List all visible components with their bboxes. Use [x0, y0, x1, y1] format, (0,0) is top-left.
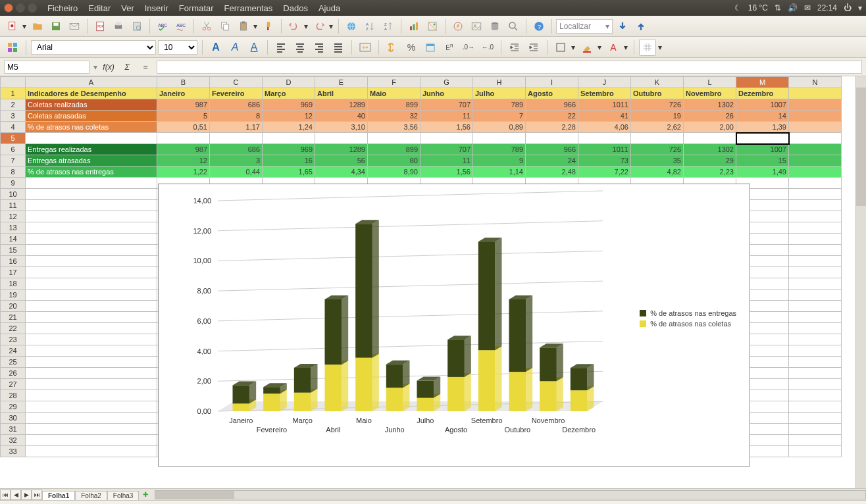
cell-A13[interactable] — [26, 222, 157, 234]
copy-button[interactable] — [216, 18, 234, 35]
menu-ficheiro[interactable]: Ficheiro — [42, 3, 83, 13]
col-header-N[interactable]: N — [789, 77, 842, 88]
cell-A7[interactable]: Entregas atrasadas — [26, 155, 157, 166]
cell-J3[interactable]: 41 — [578, 111, 631, 122]
equals-button[interactable]: = — [138, 61, 153, 74]
sum-button[interactable]: Σ — [120, 61, 134, 74]
fontcolor-button[interactable]: A — [605, 39, 622, 56]
cell-K4[interactable]: 2,62 — [631, 122, 684, 133]
row-header-20[interactable]: 20 — [1, 301, 26, 312]
row-header-5[interactable]: 5 — [1, 133, 26, 144]
cell-A3[interactable]: Coletas atrasadas — [26, 111, 157, 122]
col-header-K[interactable]: K — [631, 77, 684, 88]
cell-H1[interactable]: Julho — [473, 88, 526, 99]
row-header-2[interactable]: 2 — [1, 99, 26, 111]
cell-J4[interactable]: 4,06 — [578, 122, 631, 133]
cell-B6[interactable]: 987 — [157, 144, 210, 155]
cell-C1[interactable]: Fevereiro — [210, 88, 263, 99]
cell-D8[interactable]: 1,65 — [263, 166, 315, 178]
sheet-tab-folha2[interactable]: Folha2 — [75, 491, 107, 500]
auto-spellcheck-button[interactable]: ABC — [172, 18, 190, 35]
email-button[interactable] — [66, 18, 83, 35]
dropdown-icon[interactable]: ▾ — [304, 22, 309, 31]
cell-J6[interactable]: 1011 — [578, 144, 631, 155]
cell-A5[interactable] — [26, 133, 157, 144]
cell-D7[interactable]: 16 — [263, 155, 315, 166]
cell-reference-input[interactable] — [4, 61, 89, 74]
align-center-button[interactable] — [292, 39, 309, 56]
vertical-scrollbar[interactable] — [855, 76, 866, 488]
cell-N27[interactable] — [789, 379, 842, 390]
col-header-C[interactable]: C — [210, 77, 263, 88]
cell-A6[interactable]: Entregas realizadas — [26, 144, 157, 155]
cell-N25[interactable] — [789, 357, 842, 368]
network-icon[interactable]: ⇅ — [775, 3, 781, 13]
percent-button[interactable]: % — [403, 39, 420, 56]
cell-I4[interactable]: 2,28 — [526, 122, 578, 133]
cell-A19[interactable] — [26, 290, 157, 301]
align-right-button[interactable] — [311, 39, 328, 56]
cell-M8[interactable]: 1,49 — [736, 166, 789, 178]
print-preview-button[interactable] — [128, 18, 145, 35]
row-header-9[interactable]: 9 — [1, 178, 26, 189]
cell-N23[interactable] — [789, 334, 842, 345]
cell-N15[interactable] — [789, 245, 842, 256]
add-decimal-button[interactable]: .0→ — [460, 39, 477, 56]
cell-N6[interactable] — [789, 144, 842, 155]
add-sheet-button[interactable]: ✚ — [139, 491, 152, 498]
cell-N5[interactable] — [789, 133, 842, 144]
paste-button[interactable] — [235, 18, 252, 35]
dropdown-icon[interactable]: ▾ — [329, 22, 334, 31]
cell-A30[interactable] — [26, 413, 157, 424]
decrease-indent-button[interactable] — [506, 39, 523, 56]
styles-button[interactable] — [4, 39, 21, 56]
row-header-6[interactable]: 6 — [1, 144, 26, 155]
cell-A16[interactable] — [26, 256, 157, 267]
cell-D1[interactable]: Março — [263, 88, 315, 99]
currency-button[interactable] — [384, 39, 401, 56]
cell-N28[interactable] — [789, 390, 842, 401]
cell-I3[interactable]: 22 — [526, 111, 578, 122]
cell-N10[interactable] — [789, 189, 842, 200]
sort-asc-button[interactable]: AZ — [361, 18, 378, 35]
row-header-24[interactable]: 24 — [1, 345, 26, 357]
row-header-13[interactable]: 13 — [1, 222, 26, 234]
cell-A22[interactable] — [26, 323, 157, 334]
cell-A20[interactable] — [26, 301, 157, 312]
grid-lines-button[interactable] — [639, 39, 656, 56]
bold-button[interactable]: A — [207, 39, 224, 56]
tab-prev-button[interactable]: ◀ — [11, 490, 21, 500]
cell-B8[interactable]: 1,22 — [157, 166, 210, 178]
col-header-E[interactable]: E — [315, 77, 368, 88]
menu-ferramentas[interactable]: Ferramentas — [219, 3, 278, 13]
underline-button[interactable]: A — [245, 39, 263, 56]
cell-M7[interactable]: 15 — [736, 155, 789, 166]
row-header-8[interactable]: 8 — [1, 166, 26, 178]
cell-C3[interactable]: 8 — [210, 111, 263, 122]
redo-button[interactable] — [311, 18, 328, 35]
row-header-30[interactable]: 30 — [1, 413, 26, 424]
col-header-J[interactable]: J — [578, 77, 631, 88]
cell-N20[interactable] — [789, 301, 842, 312]
cell-D6[interactable]: 969 — [263, 144, 315, 155]
remove-decimal-button[interactable]: ←.0 — [479, 39, 496, 56]
menu-ver[interactable]: Ver — [116, 3, 140, 13]
cell-A11[interactable] — [26, 200, 157, 211]
cell-L7[interactable]: 29 — [684, 155, 736, 166]
cell-B7[interactable]: 12 — [157, 155, 210, 166]
menu-formatar[interactable]: Formatar — [174, 3, 219, 13]
row-header-23[interactable]: 23 — [1, 334, 26, 345]
cell-A31[interactable] — [26, 424, 157, 435]
cell-C7[interactable]: 3 — [210, 155, 263, 166]
borders-button[interactable] — [552, 39, 569, 56]
window-maximize-icon[interactable] — [28, 3, 37, 13]
cell-A8[interactable]: % de atrasos nas entregas — [26, 166, 157, 178]
col-header-M[interactable]: M — [736, 77, 789, 88]
menu-dados[interactable]: Dados — [278, 3, 313, 13]
cell-N8[interactable] — [789, 166, 842, 178]
cell-A2[interactable]: Coletas realizadas — [26, 99, 157, 111]
cell-A28[interactable] — [26, 390, 157, 401]
cell-B2[interactable]: 987 — [157, 99, 210, 111]
cell-K3[interactable]: 19 — [631, 111, 684, 122]
cell-B1[interactable]: Janeiro — [157, 88, 210, 99]
